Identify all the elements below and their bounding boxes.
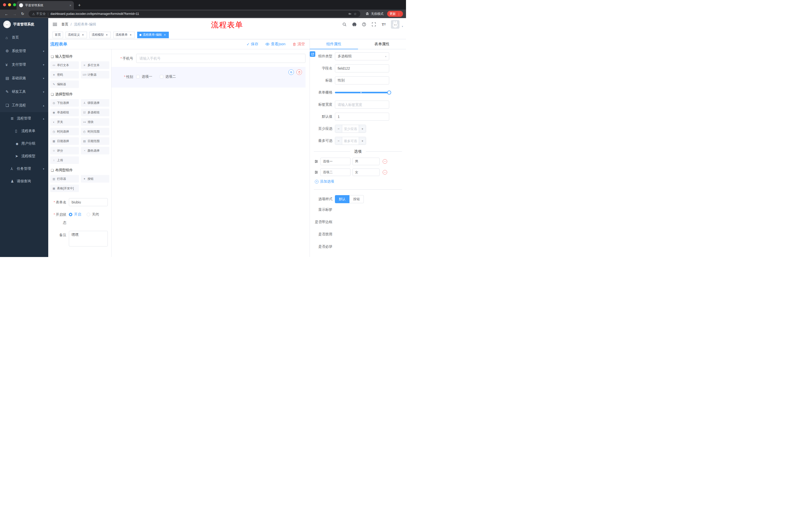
reload-icon[interactable]: ↻ bbox=[19, 11, 26, 16]
palette-item-time-range[interactable]: ◴时间范围 bbox=[81, 128, 110, 135]
bookmark-star-icon[interactable]: ☆ bbox=[354, 12, 357, 16]
status-off-radio[interactable]: 关闭 bbox=[87, 212, 99, 217]
remark-textarea[interactable]: 嘿嘿 bbox=[69, 231, 108, 246]
grid-slider[interactable] bbox=[335, 88, 389, 97]
menu-fold-button[interactable] bbox=[48, 18, 61, 31]
field-name-input[interactable] bbox=[335, 64, 389, 73]
breadcrumb-home-link[interactable]: 首页 bbox=[61, 22, 68, 27]
style-default-button[interactable]: 默认 bbox=[335, 195, 349, 203]
palette-item-radio-group[interactable]: ◉单选框组 bbox=[50, 109, 79, 116]
option2-value-input[interactable] bbox=[352, 168, 380, 176]
github-icon[interactable] bbox=[352, 22, 357, 27]
option1-label-input[interactable] bbox=[320, 158, 350, 165]
palette-item-multi-text[interactable]: ≡多行文本 bbox=[81, 61, 110, 69]
form-name-input[interactable] bbox=[69, 198, 108, 206]
tab-component-props[interactable]: 组件属性 bbox=[310, 39, 358, 49]
decrease-icon[interactable]: − bbox=[335, 125, 342, 133]
update-button[interactable]: 更新 ⋮ bbox=[387, 11, 403, 17]
option1-value-input[interactable] bbox=[352, 158, 380, 165]
palette-item-upload[interactable]: ↑上传 bbox=[50, 156, 79, 164]
tag-process-definition[interactable]: 流程定义 × bbox=[65, 32, 87, 38]
clear-button[interactable]: 清空 bbox=[292, 42, 305, 47]
url-field[interactable]: ⚠ 不安全 | dashboard.yudao.iocoder.cn/bpm/m… bbox=[29, 10, 360, 17]
option2-label-input[interactable] bbox=[320, 168, 350, 176]
label-width-input[interactable] bbox=[335, 101, 389, 109]
new-tab-button[interactable]: + bbox=[76, 2, 83, 9]
sidebar-item-devtools[interactable]: ✎ 研发工具 ▾ bbox=[0, 85, 48, 99]
field-phone[interactable]: 手机号 bbox=[112, 54, 306, 63]
save-button[interactable]: ✓ 保存 bbox=[246, 42, 259, 47]
gender-option2-checkbox[interactable]: 选项二 bbox=[160, 75, 176, 79]
drag-handle-icon[interactable] bbox=[314, 159, 318, 163]
tag-process-form-edit[interactable]: 流程表单-编辑 × bbox=[137, 32, 169, 38]
sidebar-item-system[interactable]: ⚙ 系统管理 ▾ bbox=[0, 44, 48, 58]
palette-item-switch[interactable]: ◐开关 bbox=[50, 118, 79, 126]
min-select-input[interactable] bbox=[342, 125, 359, 133]
decrease-icon[interactable]: − bbox=[335, 137, 342, 144]
sidebar-item-leave-query[interactable]: ♟ 请假查询 bbox=[0, 175, 48, 188]
tag-home[interactable]: 首页 bbox=[53, 32, 63, 38]
forward-icon[interactable]: → bbox=[11, 12, 18, 16]
help-icon[interactable] bbox=[361, 22, 367, 27]
tag-close-icon[interactable]: × bbox=[163, 33, 167, 37]
sidebar-item-pay[interactable]: ¥ 支付管理 ▾ bbox=[0, 58, 48, 72]
font-size-icon[interactable]: TT bbox=[381, 22, 386, 27]
window-close-button[interactable] bbox=[3, 3, 6, 6]
view-json-button[interactable]: 查看json bbox=[265, 42, 285, 47]
default-value-input[interactable] bbox=[335, 113, 389, 121]
delete-widget-button[interactable] bbox=[296, 70, 302, 75]
sidebar-item-process-mgmt[interactable]: ≣ 流程管理 ▴ bbox=[0, 112, 48, 125]
palette-item-row-container[interactable]: ▥行容器 bbox=[50, 175, 79, 183]
remove-option-button[interactable]: − bbox=[383, 159, 387, 164]
kebab-menu-icon[interactable]: ⋮ bbox=[398, 12, 401, 16]
tag-process-form[interactable]: 流程表单 × bbox=[113, 32, 135, 38]
tag-close-icon[interactable]: × bbox=[105, 33, 109, 37]
gender-option1-checkbox[interactable]: 选项一 bbox=[136, 75, 152, 79]
sidebar-item-task-mgmt[interactable]: ⅄ 任务管理 ▾ bbox=[0, 162, 48, 175]
palette-item-rate[interactable]: ☆评分 bbox=[50, 147, 79, 154]
palette-item-button[interactable]: ✦按钮 bbox=[81, 175, 110, 183]
security-indicator[interactable]: ⚠ 不安全 bbox=[32, 12, 46, 16]
sidebar-item-infra[interactable]: ▤ 基础设施 ▾ bbox=[0, 72, 48, 85]
sidebar-item-process-form[interactable]: ▯ 流程表单 bbox=[0, 125, 48, 137]
window-minimize-button[interactable] bbox=[8, 3, 11, 6]
phone-input[interactable] bbox=[136, 54, 306, 63]
palette-item-cascader[interactable]: ⅄级联选择 bbox=[81, 99, 110, 107]
style-button-button[interactable]: 按钮 bbox=[349, 195, 364, 203]
slider-track[interactable] bbox=[335, 92, 389, 93]
add-option-button[interactable]: + 添加选项 bbox=[310, 179, 406, 184]
copy-widget-button[interactable]: ⧉ bbox=[288, 70, 294, 75]
increase-icon[interactable]: + bbox=[359, 137, 366, 144]
password-key-icon[interactable] bbox=[348, 12, 352, 16]
palette-item-color-picker[interactable]: ◔颜色选择 bbox=[81, 147, 110, 154]
remove-option-button[interactable]: − bbox=[383, 170, 387, 174]
palette-item-date-picker[interactable]: ▦日期选择 bbox=[50, 137, 79, 145]
link-button[interactable] bbox=[310, 51, 315, 57]
palette-item-slider[interactable]: ⊶滑块 bbox=[81, 118, 110, 126]
increase-icon[interactable]: + bbox=[359, 125, 366, 133]
slider-handle[interactable] bbox=[387, 90, 391, 94]
fullscreen-icon[interactable] bbox=[371, 22, 376, 27]
tag-process-model[interactable]: 流程模型 × bbox=[89, 32, 111, 38]
sidebar-item-home[interactable]: ⌂ 首页 bbox=[0, 31, 48, 44]
title-input[interactable] bbox=[335, 77, 389, 84]
drag-handle-icon[interactable] bbox=[314, 170, 318, 174]
palette-item-counter[interactable]: 123计数器 bbox=[81, 71, 110, 78]
field-gender-selected[interactable]: 性别 选项一 选项二 ⧉ bbox=[112, 67, 306, 87]
sidebar-item-workflow[interactable]: ❏ 工作流程 ▴ bbox=[0, 99, 48, 112]
palette-item-checkbox-group[interactable]: ☑多选框组 bbox=[81, 109, 110, 116]
component-type-select[interactable]: 多选框组 ▾ bbox=[335, 52, 389, 60]
browser-tab[interactable]: 芋道管理系统 × bbox=[17, 1, 74, 9]
tag-close-icon[interactable]: × bbox=[81, 33, 85, 37]
tab-form-props[interactable]: 表单属性 bbox=[358, 39, 406, 49]
user-avatar[interactable] bbox=[391, 20, 400, 29]
search-icon[interactable] bbox=[342, 22, 347, 27]
tag-close-icon[interactable]: × bbox=[129, 33, 133, 37]
sidebar-item-user-group[interactable]: ☻ 用户分组 bbox=[0, 137, 48, 150]
status-on-radio[interactable]: 开启 bbox=[69, 212, 81, 217]
window-zoom-button[interactable] bbox=[13, 3, 16, 6]
sidebar-item-process-model[interactable]: ➤ 流程模型 bbox=[0, 150, 48, 162]
palette-item-table[interactable]: ▦表格[开发中] bbox=[50, 185, 79, 192]
palette-item-editor[interactable]: ✎编辑器 bbox=[50, 80, 79, 88]
palette-item-time-picker[interactable]: ◷时间选择 bbox=[50, 128, 79, 135]
